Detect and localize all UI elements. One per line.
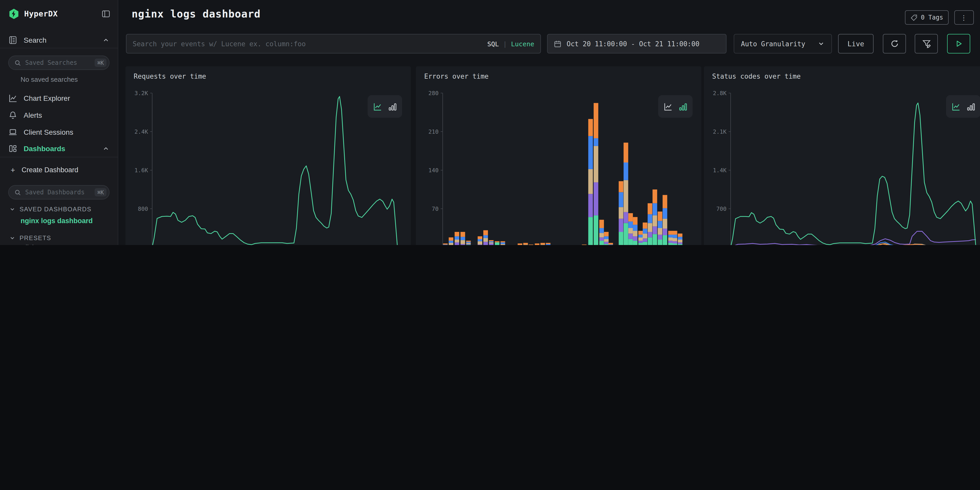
- chart-type-toggle: [368, 95, 402, 118]
- create-dashboard-button[interactable]: + Create Dashboard: [0, 161, 118, 178]
- saved-dashboards-list: nginx logs dashboard: [0, 213, 118, 228]
- tag-icon: [911, 14, 917, 21]
- search-section-icon: [8, 35, 18, 45]
- app-root: HyperDX Search ⌘K No saved searches Char…: [0, 0, 980, 245]
- svg-text:700: 700: [716, 206, 727, 212]
- sidebar-preset-clickhouse[interactable]: ClickHouse: [0, 242, 118, 245]
- tags-button[interactable]: 0 Tags: [905, 10, 949, 25]
- grid-icon: [8, 144, 18, 153]
- sidebar-item-alerts[interactable]: Alerts: [0, 107, 118, 123]
- no-saved-searches-text: No saved searches: [21, 76, 110, 83]
- filter-button[interactable]: [915, 34, 938, 54]
- event-search-input[interactable]: [133, 40, 482, 48]
- chart-type-toggle: [946, 95, 980, 118]
- sidebar-section-search[interactable]: Search: [0, 32, 118, 48]
- svg-text:70: 70: [432, 206, 439, 212]
- search-icon: [14, 189, 21, 196]
- bar-chart-icon[interactable]: [678, 102, 688, 111]
- panel-requests-over-time: Requests over time 08001.6K2.4K3.2KOct 2…: [126, 66, 411, 245]
- svg-text:2.4K: 2.4K: [134, 129, 148, 135]
- chart-type-toggle: [658, 95, 692, 118]
- saved-dashboards-search[interactable]: ⌘K: [8, 185, 110, 199]
- svg-text:0: 0: [145, 244, 148, 245]
- saved-dashboards-input[interactable]: [25, 189, 91, 196]
- time-range-picker[interactable]: [547, 34, 727, 54]
- svg-text:0: 0: [435, 244, 439, 245]
- refresh-icon: [890, 39, 899, 48]
- search-section-label: Search: [24, 36, 46, 44]
- laptop-icon: [8, 127, 18, 137]
- svg-text:3.2K: 3.2K: [134, 90, 148, 96]
- svg-text:210: 210: [428, 129, 439, 135]
- chevron-down-icon: [9, 235, 16, 241]
- chart-plot: 08001.6K2.4K3.2KOct 20 11:00:00 AM9:30:0…: [134, 89, 402, 245]
- refresh-button[interactable]: [883, 34, 906, 54]
- chevron-down-icon: [818, 40, 825, 47]
- panel-errors-over-time: Errors over time 070140210280Oct 20 11:0…: [416, 66, 701, 245]
- page-title: nginx logs dashboard: [132, 8, 261, 20]
- presets-list: ClickHouseServicesKubernetes: [0, 242, 118, 245]
- granularity-select[interactable]: Auto Granularity: [734, 34, 832, 54]
- sidebar: HyperDX Search ⌘K No saved searches Char…: [0, 0, 118, 245]
- bell-icon: [8, 110, 18, 119]
- hyperdx-logo-icon: [8, 8, 19, 19]
- chart-plot: 070140210280Oct 20 11:00:00 AM9:30:00 PM…: [424, 89, 693, 245]
- plus-icon: +: [9, 165, 16, 174]
- dashboard-menu-button[interactable]: ⋮: [954, 10, 974, 25]
- svg-text:280: 280: [428, 90, 439, 96]
- sidebar-item-chart-explorer[interactable]: Chart Explorer: [0, 89, 118, 107]
- saved-dashboards-group[interactable]: SAVED DASHBOARDS: [9, 206, 110, 213]
- saved-searches-input[interactable]: [25, 59, 91, 66]
- brand-title: HyperDX: [24, 9, 97, 19]
- line-chart-icon[interactable]: [663, 102, 673, 111]
- chevron-up-icon: [102, 36, 110, 43]
- play-icon: [955, 40, 963, 48]
- line-chart-icon[interactable]: [951, 102, 961, 111]
- svg-text:800: 800: [138, 206, 148, 212]
- sidebar-dashboard-nginx-logs-dashboard[interactable]: nginx logs dashboard: [0, 213, 118, 228]
- chevron-up-icon: [102, 145, 110, 152]
- svg-text:2.8K: 2.8K: [713, 90, 727, 96]
- chart-icon: [8, 93, 18, 103]
- sidebar-item-client-sessions[interactable]: Client Sessions: [0, 123, 118, 140]
- line-chart-icon[interactable]: [372, 102, 382, 111]
- time-range-value[interactable]: [566, 40, 720, 48]
- presets-group[interactable]: PRESETS: [9, 234, 110, 242]
- svg-text:140: 140: [428, 167, 439, 173]
- svg-text:1.6K: 1.6K: [134, 167, 148, 173]
- run-query-button[interactable]: [947, 34, 970, 54]
- search-icon: [14, 59, 21, 66]
- chevron-down-icon: [9, 206, 16, 212]
- event-search-bar[interactable]: SQL | Lucene: [126, 34, 541, 54]
- panel-status-codes-over-time: Status codes over time 07001.4K2.1K2.8KO…: [704, 66, 980, 245]
- sql-toggle[interactable]: SQL: [487, 40, 499, 48]
- filter-edit-icon: [922, 39, 931, 48]
- lucene-toggle[interactable]: Lucene: [511, 40, 534, 48]
- sidebar-nav: Chart ExplorerAlertsClient SessionsDashb…: [0, 89, 118, 158]
- live-button[interactable]: Live: [838, 34, 873, 54]
- query-language-toggle: SQL | Lucene: [487, 40, 534, 48]
- saved-searches-search[interactable]: ⌘K: [8, 56, 110, 70]
- shortcut-badge: ⌘K: [95, 59, 107, 67]
- svg-text:2.1K: 2.1K: [713, 129, 727, 135]
- chart-plot: 07001.4K2.1K2.8KOct 20 11:00:00 AM9:30:0…: [712, 89, 980, 245]
- bar-chart-icon[interactable]: [966, 102, 976, 111]
- bar-chart-icon[interactable]: [387, 102, 397, 111]
- svg-text:1.4K: 1.4K: [713, 167, 727, 173]
- panel-title: Errors over time: [424, 73, 488, 80]
- shortcut-badge: ⌘K: [95, 188, 107, 196]
- panel-title: Status codes over time: [712, 73, 800, 80]
- sidebar-header: HyperDX: [0, 0, 118, 19]
- sidebar-collapse-icon[interactable]: [101, 9, 111, 19]
- calendar-icon: [554, 40, 562, 48]
- sidebar-item-dashboards[interactable]: Dashboards: [0, 140, 118, 158]
- svg-text:0: 0: [723, 244, 727, 245]
- panel-title: Requests over time: [134, 73, 206, 80]
